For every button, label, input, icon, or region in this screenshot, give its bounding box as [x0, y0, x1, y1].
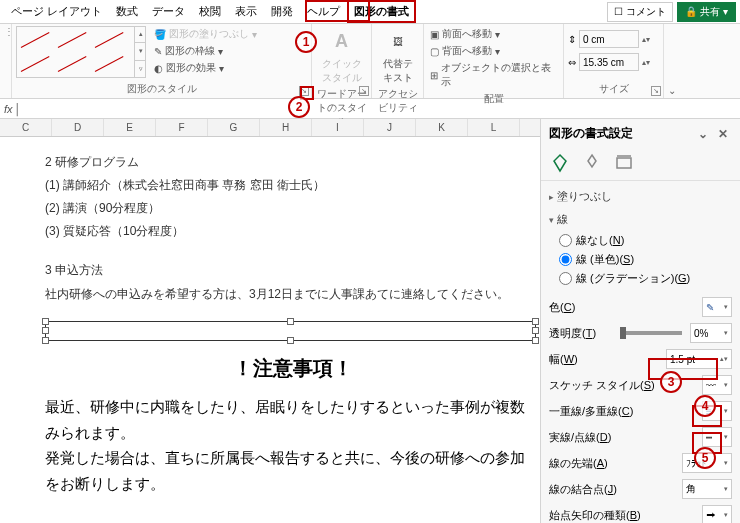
width-icon: ⇔	[568, 57, 576, 68]
begin-arrow-picker[interactable]: ⮕▾	[702, 505, 732, 523]
worksheet[interactable]: CDEFGHIJKL 2 研修プログラム (1) 講師紹介（株式会社窓田商事 専…	[0, 119, 540, 523]
radio-no-line[interactable]: 線なし(N)	[549, 231, 732, 250]
send-backward-button[interactable]: ▢背面へ移動 ▾	[428, 43, 559, 59]
size-props-icon[interactable]	[613, 152, 635, 174]
alt-text-icon: 🖼	[383, 26, 413, 56]
shape-outline-button[interactable]: ✎図形の枠線 ▾	[152, 43, 259, 59]
pane-category-icons	[541, 148, 740, 181]
alt-text-button[interactable]: 🖼 代替テ キスト	[379, 26, 417, 85]
notice-title: ！注意事項！	[45, 355, 540, 382]
ribbon-tabs: ページ レイアウト 数式 データ 校閲 表示 開発 ヘルプ 図形の書式 ☐ コメ…	[0, 0, 740, 24]
text-line: 2 研修プログラム	[45, 151, 540, 174]
tab-page-layout[interactable]: ページ レイアウト	[4, 0, 109, 23]
group-accessibility-label: アクセシビリティ	[376, 85, 419, 115]
group-size-label: サイズ	[568, 80, 659, 96]
callout-3: 3	[660, 371, 682, 393]
shape-styles-launcher[interactable]: ↘	[299, 86, 309, 96]
shape-width-input[interactable]: 15.35 cm	[579, 53, 639, 71]
svg-rect-1	[617, 158, 631, 168]
shape-effects-button[interactable]: ◐図形の効果 ▾	[152, 60, 259, 76]
notice-body: 最近、研修中に内職をしたり、居眠りをしたりするといった事例が複数みられます。 発…	[45, 394, 540, 496]
text-line: 社内研修への申込みを希望する方は、3月12日までに人事課あてに連絡してください。	[45, 282, 540, 307]
dash-icon: ┅	[706, 432, 712, 443]
cap-label: 線の先端(A)	[549, 456, 678, 471]
effects-icon[interactable]	[581, 152, 603, 174]
pencil-icon: ✎	[706, 302, 714, 313]
transparency-slider[interactable]	[620, 331, 683, 335]
column-headers: CDEFGHIJKL	[0, 119, 540, 137]
text-line: (2) 講演（90分程度）	[45, 197, 540, 220]
radio-gradient-line[interactable]: 線 (グラデーション)(G)	[549, 269, 732, 288]
dash-label: 実線/点線(D)	[549, 430, 698, 445]
dash-type-picker[interactable]: ┅▾	[702, 427, 732, 447]
pane-dropdown-icon[interactable]: ⌄	[698, 127, 712, 141]
begin-arrow-label: 始点矢印の種類(B)	[549, 508, 698, 523]
sketch-style-picker[interactable]: 〰▾	[702, 375, 732, 395]
selected-shape[interactable]	[45, 321, 536, 341]
quick-styles-button[interactable]: A クイック スタイル	[318, 26, 366, 85]
tab-data[interactable]: データ	[145, 0, 192, 23]
tab-shape-format[interactable]: 図形の書式	[347, 0, 416, 23]
tab-formula[interactable]: 数式	[109, 0, 145, 23]
pen-icon: ✎	[154, 46, 162, 57]
group-arrange-label: 配置	[428, 90, 559, 106]
fill-line-icon[interactable]	[549, 152, 571, 174]
join-type-picker[interactable]: 角▾	[682, 479, 732, 499]
line-width-input[interactable]: 1.5 pt▴▾	[666, 349, 732, 369]
bring-forward-button[interactable]: ▣前面へ移動 ▾	[428, 26, 559, 42]
bring-forward-icon: ▣	[430, 29, 439, 40]
line-color-picker[interactable]: ✎▾	[702, 297, 732, 317]
transparency-input[interactable]: 0%▾	[690, 323, 732, 343]
fill-section-header[interactable]: 塗りつぶし	[549, 185, 732, 208]
wavy-line-icon: 〰	[706, 380, 716, 391]
tab-review[interactable]: 校閲	[192, 0, 228, 23]
height-icon: ⇕	[568, 34, 576, 45]
share-button[interactable]: 🔒 共有 ▾	[677, 2, 736, 22]
effects-icon: ◐	[154, 63, 163, 74]
transparency-label: 透明度(T)	[549, 326, 612, 341]
text-line: (3) 質疑応答（10分程度）	[45, 220, 540, 243]
wordart-icon: A	[327, 26, 357, 56]
send-backward-icon: ▢	[430, 46, 439, 57]
comments-button[interactable]: ☐ コメント	[607, 2, 673, 22]
join-label: 線の結合点(J)	[549, 482, 678, 497]
shape-style-gallery[interactable]: ▴▾▿	[16, 26, 146, 78]
line-section-header[interactable]: 線	[549, 208, 732, 231]
size-launcher[interactable]: ↘	[651, 86, 661, 96]
shape-height-input[interactable]: 0 cm	[579, 30, 639, 48]
tab-developer[interactable]: 開発	[264, 0, 300, 23]
callout-4: 4	[694, 395, 716, 417]
pane-title: 図形の書式設定	[549, 125, 633, 142]
compound-label: 一重線/多重線(C)	[549, 404, 698, 419]
shape-fill-button[interactable]: 🪣図形の塗りつぶし ▾	[152, 26, 259, 42]
width-label: 幅(W)	[549, 352, 662, 367]
text-line: 3 申込方法	[45, 259, 540, 282]
tab-view[interactable]: 表示	[228, 0, 264, 23]
callout-1: 1	[295, 31, 317, 53]
selection-icon: ⊞	[430, 70, 438, 81]
formula-bar[interactable]: fx│	[0, 99, 740, 119]
tab-help[interactable]: ヘルプ	[300, 0, 347, 23]
svg-marker-0	[588, 155, 596, 167]
text-line: (1) 講師紹介（株式会社窓田商事 専務 窓田 衛士氏）	[45, 174, 540, 197]
callout-5: 5	[694, 447, 716, 469]
arrow-icon: ⮕	[706, 510, 716, 521]
pane-close-icon[interactable]: ✕	[718, 127, 732, 141]
wordart-launcher[interactable]: ↘	[359, 86, 369, 96]
paint-bucket-icon: 🪣	[154, 29, 166, 40]
ribbon: ⋮ ▴▾▿ 🪣図形の塗りつぶし ▾ ✎図形の枠線 ▾ ◐図形の効果 ▾ 図形のス…	[0, 24, 740, 99]
color-label: 色(C)	[549, 300, 698, 315]
radio-solid-line[interactable]: 線 (単色)(S)	[549, 250, 732, 269]
callout-2: 2	[288, 96, 310, 118]
group-shape-styles-label: 図形のスタイル	[16, 80, 307, 96]
selection-pane-button[interactable]: ⊞オブジェクトの選択と表示	[428, 60, 559, 90]
